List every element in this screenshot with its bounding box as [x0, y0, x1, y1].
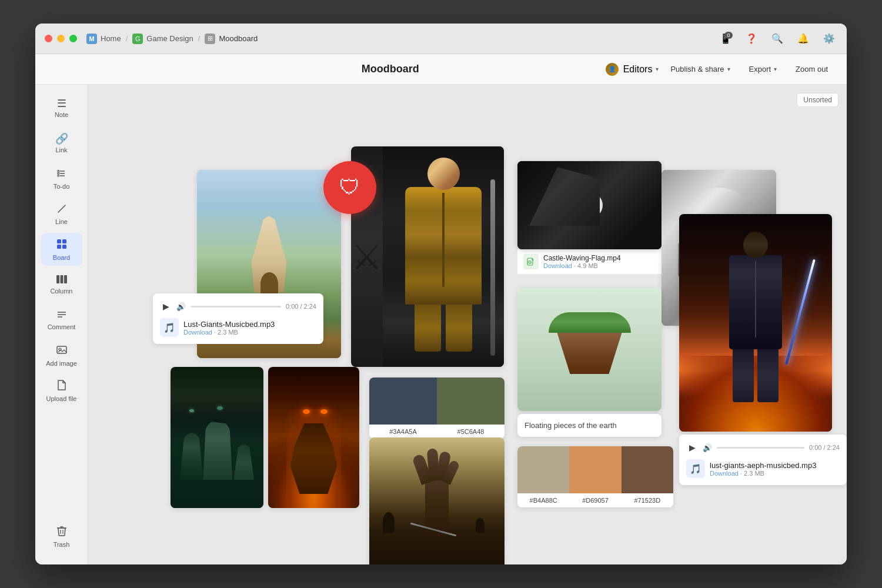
breadcrumb-home-label: Home — [101, 34, 121, 43]
audio-download-2[interactable]: Download · 2.3 MB — [710, 470, 816, 477]
list-item[interactable] — [517, 288, 662, 411]
progress-bar-2[interactable] — [717, 447, 804, 449]
swatch-label-1: #3A4A5A — [369, 425, 437, 439]
time-display-2: 0:00 / 2:24 — [809, 444, 840, 451]
editors-dropdown[interactable]: 👤 Editors ▾ — [604, 62, 659, 77]
settings-icon-button[interactable]: ⚙️ — [821, 31, 837, 47]
minimize-button[interactable] — [57, 35, 65, 42]
sidebar-board-label: Board — [53, 254, 70, 261]
sidebar-item-board[interactable]: Board — [41, 233, 82, 266]
sidebar-item-link[interactable]: 🔗 Link — [41, 127, 82, 160]
video-download-anchor[interactable]: Download — [543, 262, 574, 269]
video-card[interactable]: ▶ Castle-Waving-Flag.mp4 — [517, 161, 662, 274]
breadcrumb-sep-1: / — [126, 34, 128, 43]
play-button-2[interactable]: ▶ — [686, 442, 698, 453]
breadcrumb-moodboard[interactable]: ⊞ Moodboard — [205, 34, 258, 44]
sidebar-item-comment[interactable]: Comment — [41, 303, 82, 336]
swatch-olive[interactable]: #5C6A48 — [437, 377, 505, 439]
breadcrumb-moodboard-label: Moodboard — [219, 34, 258, 43]
video-filename: Castle-Waving-Flag.mp4 — [543, 254, 621, 262]
export-label: Export — [749, 65, 771, 74]
volume-button-1[interactable]: 🔊 — [176, 302, 186, 311]
search-icon-button[interactable]: 🔍 — [769, 31, 786, 47]
list-item[interactable] — [171, 367, 263, 508]
progress-bar-1[interactable] — [191, 306, 281, 308]
volume-button-2[interactable]: 🔊 — [703, 443, 712, 452]
moodboard-icon: ⊞ — [205, 34, 215, 44]
line-icon — [56, 203, 67, 216]
maximize-button[interactable] — [69, 35, 77, 42]
audio-size-2: · 2.3 MB — [740, 470, 764, 477]
video-file-details: Castle-Waving-Flag.mp4 Download · 4.9 MB — [543, 254, 621, 269]
breadcrumb: M Home / G Game Design / ⊞ Moodboard — [86, 34, 258, 44]
sidebar-item-todo[interactable]: To-do — [41, 162, 82, 195]
zoom-out-label: Zoom out — [796, 65, 828, 74]
breadcrumb-game-design[interactable]: G Game Design — [132, 34, 193, 44]
floating-island-description: Floating pieces of the earth — [517, 414, 662, 437]
swatch-orange[interactable]: #D69057 — [569, 446, 621, 507]
game-design-icon: G — [132, 34, 143, 44]
sidebar-item-line[interactable]: Line — [41, 198, 82, 230]
audio-download-link-1[interactable]: Download — [183, 329, 214, 336]
toolbar-actions: 👤 Editors ▾ Publish & share ▾ Export ▾ Z… — [604, 61, 835, 77]
sidebar-item-trash[interactable]: Trash — [41, 520, 82, 553]
close-button[interactable] — [45, 35, 52, 42]
device-icon-button[interactable]: 📱 0 — [717, 31, 734, 47]
swatch-dark-blue[interactable]: #3A4A5A — [369, 377, 437, 439]
video-thumbnail-area[interactable]: ▶ — [517, 161, 662, 249]
sidebar-item-note[interactable]: ☰ Note — [41, 92, 82, 125]
swatch-brown[interactable]: #71523D — [622, 446, 673, 507]
comment-icon — [56, 310, 67, 321]
svg-rect-3 — [58, 170, 59, 172]
description-card: Floating pieces of the earth — [517, 414, 662, 437]
sidebar-line-label: Line — [55, 218, 68, 225]
export-button[interactable]: Export ▾ — [742, 61, 784, 77]
svg-rect-13 — [64, 275, 67, 283]
swatch-color-1 — [369, 377, 437, 425]
video-thumbnail: ▶ — [517, 161, 662, 249]
add-image-icon — [56, 344, 68, 358]
list-item[interactable] — [369, 437, 505, 564]
color-swatches-card-2: #B4A88C #D69057 #71523D — [517, 446, 673, 507]
audio-file-details-2: lust-giants-aeph-musicbed.mp3 Download ·… — [710, 461, 816, 477]
app-window: M Home / G Game Design / ⊞ Moodboard 📱 0… — [35, 24, 847, 564]
main-content: ☰ Note 🔗 Link To-do — [35, 85, 847, 564]
publish-share-button[interactable]: Publish & share ▾ — [663, 61, 737, 77]
svg-rect-4 — [58, 172, 59, 174]
notification-icon-button[interactable]: 🔔 — [795, 31, 811, 47]
sidebar-item-column[interactable]: Column — [41, 268, 82, 301]
swatch-tan[interactable]: #B4A88C — [517, 446, 569, 507]
titlebar-right: 📱 0 ❓ 🔍 🔔 ⚙️ — [717, 31, 837, 47]
audio-download-link-2[interactable]: Download — [710, 470, 740, 477]
sidebar-comment-label: Comment — [48, 323, 76, 330]
audio-filename-1: Lust-Giants-Musicbed.mp3 — [183, 320, 275, 329]
video-info: Castle-Waving-Flag.mp4 Download · 4.9 MB — [517, 249, 662, 274]
sidebar-column-label: Column — [51, 288, 73, 295]
device-badge: 0 — [724, 32, 733, 39]
svg-line-6 — [58, 205, 65, 212]
editor-avatar: 👤 — [604, 62, 620, 77]
canvas[interactable]: Unsorted 🛡 — [88, 85, 847, 564]
audio-file-details-1: Lust-Giants-Musicbed.mp3 Download · 2.3 … — [183, 320, 275, 336]
breadcrumb-game-label: Game Design — [146, 34, 193, 43]
list-item[interactable] — [268, 367, 359, 508]
traffic-lights — [45, 35, 77, 42]
breadcrumb-home[interactable]: M Home — [86, 34, 121, 44]
audio-file-info-2: 🎵 lust-giants-aeph-musicbed.mp3 Download… — [686, 459, 840, 478]
list-item[interactable] — [679, 214, 832, 432]
help-icon-button[interactable]: ❓ — [743, 31, 760, 47]
color-palette-2: #B4A88C #D69057 #71523D — [517, 446, 673, 507]
video-download-link[interactable]: Download · 4.9 MB — [543, 262, 621, 269]
zoom-out-button[interactable]: Zoom out — [789, 61, 835, 77]
swatch-label-2: #5C6A48 — [437, 425, 505, 439]
swatch-row-1: #3A4A5A #5C6A48 — [369, 377, 505, 439]
play-button-1[interactable]: ▶ — [160, 300, 172, 312]
audio-download-1[interactable]: Download · 2.3 MB — [183, 329, 275, 336]
upload-file-icon — [56, 379, 67, 393]
svg-rect-5 — [58, 175, 59, 176]
sidebar-item-add-image[interactable]: Add image — [41, 339, 82, 372]
audio-player-2: ▶ 🔊 0:00 / 2:24 🎵 lust-giants-aeph-music… — [679, 435, 847, 485]
titlebar: M Home / G Game Design / ⊞ Moodboard 📱 0… — [35, 24, 847, 54]
sidebar-item-upload-file[interactable]: Upload file — [41, 374, 82, 407]
breadcrumb-sep-2: / — [198, 34, 201, 43]
